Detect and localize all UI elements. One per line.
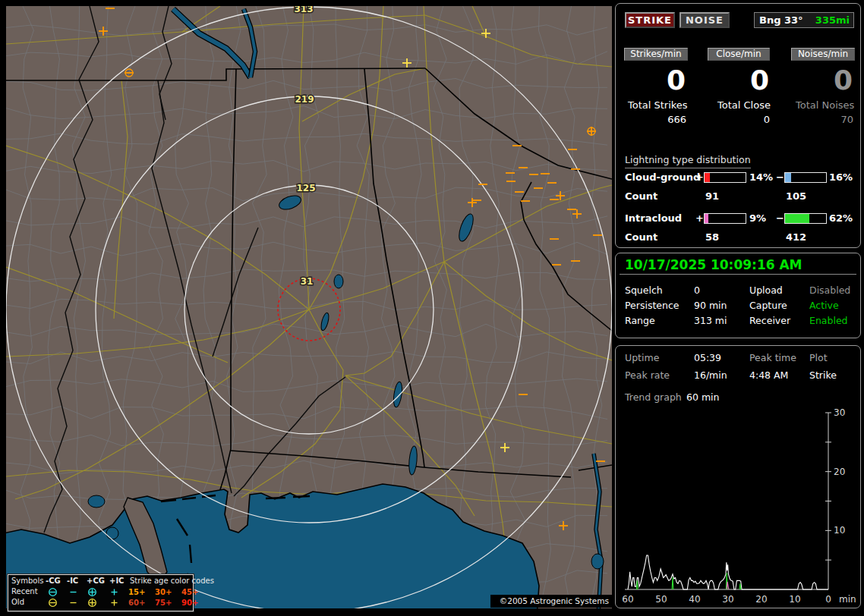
minus-symbol-icon [68,587,78,599]
plot-mode-value: Strike [809,369,837,381]
plus-sign: + [695,212,704,224]
app-window: { "map": { "copyright": "©2005 Astrogeni… [0,0,864,616]
ring-distance-label: 31 [301,276,314,287]
cg-plus-bar [704,172,746,183]
ring-distance-label: 219 [295,94,314,105]
bearing-value: Bng 33° [759,13,803,27]
strikes-per-min-chip[interactable]: Strikes/min [624,48,688,61]
ic-minus-bar [784,213,827,224]
total-close-label: Total Close [717,99,771,111]
trend-x-tick-label: 0 [825,594,831,605]
trend-x-tick-label: 30 [722,594,733,605]
count-label: Count [625,231,657,243]
uptime-value: 05:39 [694,352,721,363]
total-strikes-label: Total Strikes [628,99,688,111]
trend-graph-label: Trend graph [625,391,682,403]
age-code-75plus: 75+ [155,598,172,608]
plus-sign: + [695,171,704,183]
trend-series-intracloud-neg [672,577,673,589]
close-per-min-chip[interactable]: Close/min [708,48,770,61]
legend-col-neg-ic: -IC [67,576,78,586]
ring-distance-label: 313 [294,6,313,14]
legend-row-recent-label: Recent [11,586,38,597]
total-strikes-value: 666 [628,114,686,125]
intracloud-count-row: Count 58 412 [616,231,860,244]
legend-symbols-header: Symbols [11,576,43,586]
map-canvas[interactable]: 31321912531 [6,6,612,608]
age-code-45plus: 45+ [181,587,198,598]
ic-plus-bar [704,213,746,224]
cloud-ground-row: Cloud-ground + 14% − 16% [616,171,860,184]
trend-y-tick-label: 30 [834,407,845,418]
noise-toggle-button[interactable]: NOISE [680,12,730,28]
count-label: Count [625,190,657,202]
peak-rate-label: Peak rate [625,369,670,381]
intracloud-label: Intracloud [625,212,682,224]
legend-row-old-label: Old [11,597,24,608]
uptime-label: Uptime [625,352,659,363]
total-close-value: 0 [717,114,770,125]
range-value: 335mi [815,13,850,27]
legend-age-header: Strike age color codes [130,576,214,586]
cg-plus-count: 91 [705,190,719,202]
minus-symbol-icon [68,598,78,609]
plus-symbol-icon [109,598,119,609]
minus-sign: − [776,171,784,183]
lake [591,554,604,569]
trend-x-tick-label: 60 [622,594,633,605]
squelch-value: 0 [694,284,700,296]
ic-minus-count: 412 [786,231,806,243]
strikes-per-min-value: 0 [639,64,686,96]
lake [88,495,105,508]
datetime-display: 10/17/2025 10:09:16 AM [625,257,803,272]
total-noises-value: 70 [796,114,853,125]
cloud-ground-count-row: Count 91 105 [616,190,860,203]
legend-col-pos-ic: +IC [109,576,124,586]
trend-series-intracloud-neg [636,580,638,589]
status-panel: 10/17/2025 10:09:16 AM Squelch 0 Upload … [615,253,861,338]
ic-minus-pct: 62% [829,212,853,224]
trend-x-tick-label: 10 [789,594,800,605]
trend-chart: 1020306050403020100min [616,407,860,608]
ic-plus-count: 58 [705,231,719,243]
legend-col-neg-cg: -CG [46,576,61,586]
bearing-range-display: Bng 33° 335mi [754,12,854,28]
peak-time-value: 4:48 AM [749,369,788,381]
noises-per-min-chip[interactable]: Noises/min [791,48,855,61]
trend-series-intracloud-neg [739,583,741,589]
range-value: 313 mi [694,315,727,326]
age-code-30plus: 30+ [155,587,172,598]
distribution-header: Lightning type distribution [625,154,751,168]
upload-status: Disabled [809,284,850,296]
circle-plus-symbol-icon [87,587,97,599]
divider [620,274,856,275]
capture-status: Active [809,300,839,311]
circle-minus-symbol-icon [48,587,58,599]
legend-col-pos-cg: +CG [87,576,105,586]
intracloud-row: Intracloud + 9% − 62% [616,212,860,225]
trend-y-tick-label: 20 [834,467,845,477]
persistence-value: 90 min [694,300,727,311]
circle-minus-symbol-icon [48,598,58,609]
map-legend: Symbols -CG -IC +CG +IC Strike age color… [8,574,194,611]
circle-plus-symbol-icon [87,598,97,609]
peak-rate-value: 16/min [694,369,727,381]
cloud-ground-label: Cloud-ground [625,171,700,183]
receiver-status: Enabled [809,315,848,326]
trend-panel: Uptime 05:39 Peak time Plot Peak rate 16… [615,345,861,608]
strike-toggle-button[interactable]: STRIKE [625,12,675,28]
age-code-60plus: 60+ [128,598,145,608]
peak-time-label: Peak time [749,352,796,363]
trend-x-tick-label: 50 [655,594,667,605]
trend-x-tick-label: 40 [689,594,700,605]
range-label: Range [625,315,655,326]
minus-sign: − [776,212,784,224]
map-copyright: ©2005 Astrogenic Systems [490,595,612,608]
cg-minus-count: 105 [786,190,806,202]
persistence-label: Persistence [625,300,680,311]
receiver-label: Receiver [749,315,790,326]
close-per-min-value: 0 [722,64,769,96]
total-noises-label: Total Noises [796,99,854,111]
lake [334,275,343,288]
upload-label: Upload [749,284,783,296]
